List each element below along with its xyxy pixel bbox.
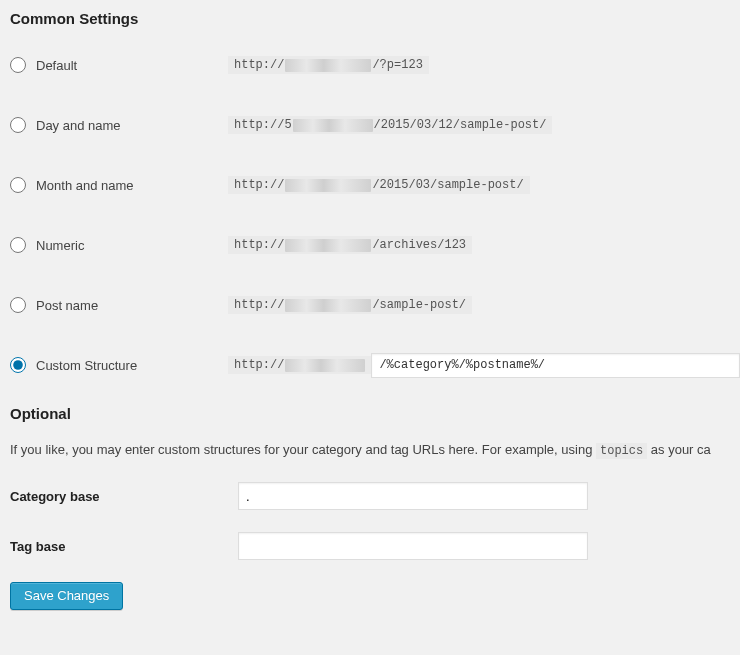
setting-row-opt-numeric: Numerichttp:///archives/123 bbox=[10, 225, 740, 265]
optional-code-example: topics bbox=[596, 443, 647, 459]
optional-text-pre: If you like, you may enter custom struct… bbox=[10, 442, 596, 457]
url-prefix: http://5 bbox=[234, 118, 292, 132]
blurred-domain bbox=[285, 59, 371, 72]
radio-opt-post-name[interactable] bbox=[10, 297, 26, 313]
url-prefix: http:// bbox=[234, 238, 284, 252]
example-cell-opt-default: http:///?p=123 bbox=[228, 56, 740, 74]
blurred-domain bbox=[285, 179, 371, 192]
label-category-base: Category base bbox=[10, 489, 238, 504]
radio-cell-opt-numeric[interactable]: Numeric bbox=[10, 237, 228, 253]
radio-cell-opt-post-name[interactable]: Post name bbox=[10, 297, 228, 313]
heading-optional: Optional bbox=[10, 405, 740, 422]
radio-label-opt-day-name: Day and name bbox=[36, 118, 121, 133]
example-cell-opt-month-name: http:///2015/03/sample-post/ bbox=[228, 176, 740, 194]
radio-label-opt-numeric: Numeric bbox=[36, 238, 84, 253]
blurred-domain bbox=[293, 119, 373, 132]
url-prefix: http:// bbox=[234, 298, 284, 312]
setting-row-opt-day-name: Day and namehttp://5/2015/03/12/sample-p… bbox=[10, 105, 740, 145]
radio-opt-default[interactable] bbox=[10, 57, 26, 73]
radio-opt-month-name[interactable] bbox=[10, 177, 26, 193]
url-example-opt-day-name: http://5/2015/03/12/sample-post/ bbox=[228, 116, 552, 134]
custom-prefix-text: http:// bbox=[234, 358, 284, 372]
setting-row-opt-month-name: Month and namehttp:///2015/03/sample-pos… bbox=[10, 165, 740, 205]
radio-custom-structure[interactable] bbox=[10, 357, 26, 373]
radio-label-opt-post-name: Post name bbox=[36, 298, 98, 313]
label-tag-base: Tag base bbox=[10, 539, 238, 554]
radio-label-custom: Custom Structure bbox=[36, 358, 137, 373]
radio-cell-opt-default[interactable]: Default bbox=[10, 57, 228, 73]
save-button[interactable]: Save Changes bbox=[10, 582, 123, 610]
custom-structure-input[interactable] bbox=[371, 353, 740, 378]
url-suffix: /?p=123 bbox=[372, 58, 422, 72]
url-prefix: http:// bbox=[234, 178, 284, 192]
radio-label-opt-default: Default bbox=[36, 58, 77, 73]
url-suffix: /sample-post/ bbox=[372, 298, 466, 312]
radio-opt-day-name[interactable] bbox=[10, 117, 26, 133]
url-example-opt-post-name: http:///sample-post/ bbox=[228, 296, 472, 314]
setting-row-opt-default: Defaulthttp:///?p=123 bbox=[10, 45, 740, 85]
example-cell-opt-numeric: http:///archives/123 bbox=[228, 236, 740, 254]
custom-url-prefix: http:// bbox=[228, 356, 372, 374]
field-row-tag-base: Tag base bbox=[10, 532, 740, 560]
custom-structure-cell: http:// bbox=[228, 353, 740, 378]
optional-description: If you like, you may enter custom struct… bbox=[10, 440, 740, 460]
optional-text-post: as your ca bbox=[647, 442, 711, 457]
url-example-opt-month-name: http:///2015/03/sample-post/ bbox=[228, 176, 530, 194]
url-prefix: http:// bbox=[234, 58, 284, 72]
url-suffix: /2015/03/12/sample-post/ bbox=[374, 118, 547, 132]
radio-cell-custom[interactable]: Custom Structure bbox=[10, 357, 228, 373]
url-suffix: /2015/03/sample-post/ bbox=[372, 178, 523, 192]
example-cell-opt-post-name: http:///sample-post/ bbox=[228, 296, 740, 314]
setting-row-custom: Custom Structure http:// bbox=[10, 345, 740, 385]
blurred-domain bbox=[285, 299, 371, 312]
radio-label-opt-month-name: Month and name bbox=[36, 178, 134, 193]
input-tag-base[interactable] bbox=[238, 532, 588, 560]
blurred-domain bbox=[285, 239, 371, 252]
example-cell-opt-day-name: http://5/2015/03/12/sample-post/ bbox=[228, 116, 740, 134]
setting-row-opt-post-name: Post namehttp:///sample-post/ bbox=[10, 285, 740, 325]
field-row-category-base: Category base bbox=[10, 482, 740, 510]
url-example-opt-default: http:///?p=123 bbox=[228, 56, 429, 74]
radio-cell-opt-month-name[interactable]: Month and name bbox=[10, 177, 228, 193]
input-category-base[interactable] bbox=[238, 482, 588, 510]
blurred-domain bbox=[285, 359, 365, 372]
url-suffix: /archives/123 bbox=[372, 238, 466, 252]
heading-common-settings: Common Settings bbox=[10, 10, 740, 27]
radio-cell-opt-day-name[interactable]: Day and name bbox=[10, 117, 228, 133]
radio-opt-numeric[interactable] bbox=[10, 237, 26, 253]
url-example-opt-numeric: http:///archives/123 bbox=[228, 236, 472, 254]
